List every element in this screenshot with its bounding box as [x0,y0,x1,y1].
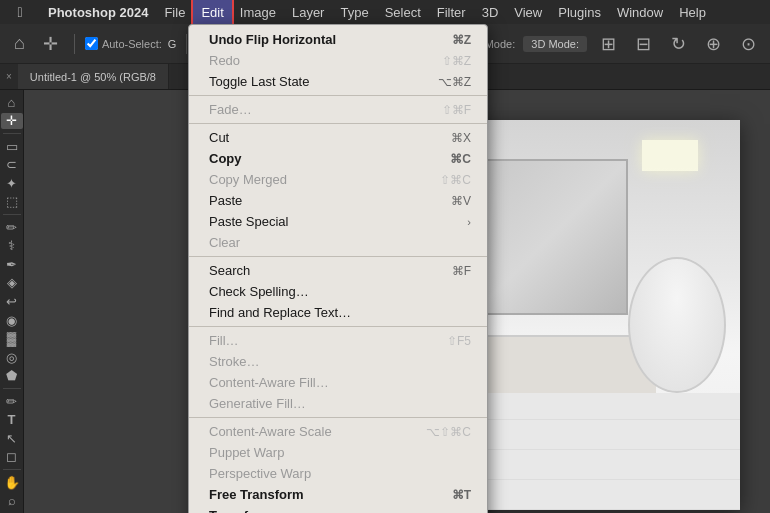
menu-item-free-transform[interactable]: Free Transform ⌘T [189,484,487,505]
menu-item-clear[interactable]: Clear [189,232,487,253]
menu-item-paste[interactable]: Paste ⌘V [189,190,487,211]
app-name: Photoshop 2024 [40,5,156,20]
menu-item-label: Perspective Warp [209,466,311,481]
menu-item-label: Transform [209,508,273,513]
tool-text[interactable]: T [1,412,23,429]
tool-gradient[interactable]: ▓ [1,330,23,347]
edit-dropdown-menu: Undo Flip Horizontal ⌘Z Redo ⇧⌘Z Toggle … [188,24,488,513]
menu-item-shortcut: ⇧⌘F [442,103,471,117]
menu-select[interactable]: Select [377,0,429,24]
menu-item-fill[interactable]: Fill… ⇧F5 [189,330,487,351]
tool-eraser[interactable]: ◉ [1,312,23,329]
submenu-arrow-icon: › [467,510,471,514]
menu-image[interactable]: Image [232,0,284,24]
menu-item-transform[interactable]: Transform › [189,505,487,513]
tool-pen[interactable]: ✏ [1,393,23,410]
menu-view[interactable]: View [506,0,550,24]
menu-item-redo[interactable]: Redo ⇧⌘Z [189,50,487,71]
bathroom-background [460,120,740,510]
menu-item-label: Content-Aware Fill… [209,375,329,390]
submenu-arrow-icon: › [467,216,471,228]
auto-select-checkbox[interactable] [85,37,98,50]
menu-item-stroke[interactable]: Stroke… [189,351,487,372]
menu-plugins[interactable]: Plugins [550,0,609,24]
menu-item-shortcut: ⇧⌘Z [442,54,471,68]
toolbar-icon-1[interactable]: ⊞ [595,29,622,59]
menu-layer[interactable]: Layer [284,0,333,24]
menu-item-label: Paste [209,193,242,208]
menu-item-label: Fill… [209,333,239,348]
tool-history[interactable]: ↩ [1,293,23,310]
menu-item-label: Undo Flip Horizontal [209,32,336,47]
tool-marquee[interactable]: ▭ [1,138,23,155]
menu-item-label: Free Transform [209,487,304,502]
menu-item-label: Fade… [209,102,252,117]
apple-menu[interactable]:  [0,4,40,20]
menu-item-content-aware-scale[interactable]: Content-Aware Scale ⌥⇧⌘C [189,421,487,442]
menu-item-label: Copy Merged [209,172,287,187]
menu-item-paste-special[interactable]: Paste Special › [189,211,487,232]
tool-crop[interactable]: ⬚ [1,194,23,211]
menu-item-search[interactable]: Search ⌘F [189,260,487,281]
tool-shape[interactable]: ◻ [1,449,23,466]
auto-select-group: Auto-Select: G [85,37,176,50]
menu-type[interactable]: Type [332,0,376,24]
menu-sep-5 [189,417,487,418]
menu-help[interactable]: Help [671,0,714,24]
menu-sep-1 [189,95,487,96]
toolbar-divider-1 [74,34,75,54]
tool-move[interactable]: ✛ [1,113,23,130]
tool-heal[interactable]: ⚕ [1,238,23,255]
tab-close-button[interactable]: × [0,71,18,82]
3d-mode-button[interactable]: 3D Mode: [523,36,587,52]
menu-item-label: Clear [209,235,240,250]
menu-item-perspective-warp[interactable]: Perspective Warp [189,463,487,484]
menu-bar-items: File Edit Image Layer Type Select Filter… [156,0,713,24]
menu-item-generative-fill[interactable]: Generative Fill… [189,393,487,414]
tool-sep-2 [3,214,21,215]
menu-item-content-aware-fill[interactable]: Content-Aware Fill… [189,372,487,393]
menu-item-copy-merged[interactable]: Copy Merged ⇧⌘C [189,169,487,190]
document-tab[interactable]: Untitled-1 @ 50% (RGB/8 [18,64,169,89]
menu-filter[interactable]: Filter [429,0,474,24]
tool-hand[interactable]: ✋ [1,474,23,491]
menu-item-copy[interactable]: Copy ⌘C [189,148,487,169]
auto-select-value: G [168,38,177,50]
menu-item-check-spelling[interactable]: Check Spelling… [189,281,487,302]
tool-brush[interactable]: ✒ [1,256,23,273]
toolbar-icon-2[interactable]: ⊟ [630,29,657,59]
tool-eyedropper[interactable]: ✏ [1,219,23,236]
menu-item-label: Find and Replace Text… [209,305,351,320]
menu-item-label: Toggle Last State [209,74,309,89]
menu-item-undo-flip[interactable]: Undo Flip Horizontal ⌘Z [189,29,487,50]
menu-item-label: Check Spelling… [209,284,309,299]
menu-item-puppet-warp[interactable]: Puppet Warp [189,442,487,463]
bathroom-counter [460,335,656,394]
tool-blur[interactable]: ◎ [1,349,23,366]
document-tab-label: Untitled-1 @ 50% (RGB/8 [30,71,156,83]
move-tool-button[interactable]: ✛ [37,29,64,59]
menu-item-toggle-last[interactable]: Toggle Last State ⌥⌘Z [189,71,487,92]
home-button[interactable]: ⌂ [8,29,31,58]
toolbar-icon-4[interactable]: ⊕ [700,29,727,59]
menu-item-label: Search [209,263,250,278]
tool-lasso[interactable]: ⊂ [1,156,23,173]
tool-path-select[interactable]: ↖ [1,430,23,447]
tool-stamp[interactable]: ◈ [1,275,23,292]
menu-item-find-replace[interactable]: Find and Replace Text… [189,302,487,323]
toolbar-icon-5[interactable]: ⊙ [735,29,762,59]
menu-item-shortcut: ⌘Z [452,33,471,47]
tool-zoom[interactable]: ⌕ [1,493,23,510]
menu-3d[interactable]: 3D [474,0,507,24]
menu-item-cut[interactable]: Cut ⌘X [189,127,487,148]
menu-edit[interactable]: Edit [193,0,231,24]
tool-quick-select[interactable]: ✦ [1,175,23,192]
tool-dodge[interactable]: ⬟ [1,368,23,385]
menu-item-fade[interactable]: Fade… ⇧⌘F [189,99,487,120]
tool-home[interactable]: ⌂ [1,94,23,111]
menu-file[interactable]: File [156,0,193,24]
menu-item-shortcut: ⌘C [450,152,471,166]
bathroom-tub [628,257,726,394]
menu-window[interactable]: Window [609,0,671,24]
toolbar-icon-3[interactable]: ↻ [665,29,692,59]
